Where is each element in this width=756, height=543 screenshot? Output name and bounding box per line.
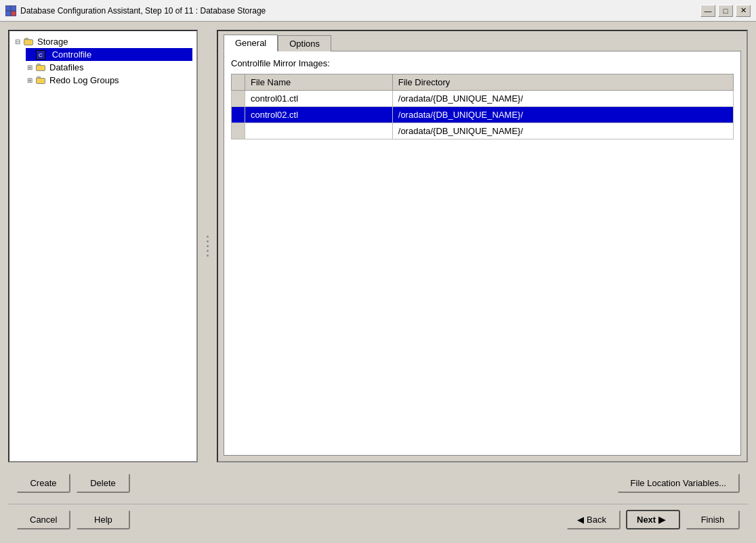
footer: Cancel Help ◀ Back Next ▶ Finish bbox=[8, 504, 748, 535]
title-bar: Database Configuration Assistant, Step 1… bbox=[0, 0, 756, 22]
window-title: Database Configuration Assistant, Step 1… bbox=[20, 6, 266, 16]
section-label: Controlfile Mirror Images: bbox=[231, 58, 734, 68]
directory-3[interactable]: /oradata/{DB_UNIQUE_NAME}/ bbox=[392, 123, 733, 139]
bottom-left-buttons: Create Delete bbox=[16, 473, 130, 493]
datafiles-expand-icon: ⊞ bbox=[27, 64, 34, 71]
storage-folder-icon bbox=[24, 38, 33, 45]
redo-log-label: Redo Log Groups bbox=[49, 75, 119, 85]
bottom-right-buttons: File Location Variables... bbox=[617, 473, 740, 493]
minimize-button[interactable]: — bbox=[700, 5, 715, 17]
window-controls: — □ ✕ bbox=[700, 5, 751, 17]
right-panel: General Options Controlfile Mirror Image… bbox=[217, 30, 748, 462]
svg-rect-1 bbox=[12, 6, 16, 10]
controlfile-table: File Name File Directory control01.ctl /… bbox=[231, 74, 734, 139]
tab-content-general: Controlfile Mirror Images: File Name Fil… bbox=[224, 51, 741, 456]
maximize-button[interactable]: □ bbox=[718, 5, 733, 17]
close-button[interactable]: ✕ bbox=[736, 5, 751, 17]
filename-1[interactable]: control01.ctl bbox=[245, 91, 393, 107]
file-location-button[interactable]: File Location Variables... bbox=[617, 473, 740, 493]
back-arrow-icon: ◀ bbox=[577, 515, 584, 525]
footer-right: ◀ Back Next ▶ Finish bbox=[566, 510, 740, 529]
table-header-row: File Name File Directory bbox=[232, 74, 734, 91]
svg-rect-2 bbox=[6, 12, 10, 16]
controlfile-label: Controlfile bbox=[52, 49, 92, 60]
next-arrow-icon: ▶ bbox=[658, 515, 665, 525]
row-marker-1 bbox=[232, 91, 245, 107]
tree-children: C Controlfile ⊞ Datafiles ⊞ bbox=[14, 48, 192, 87]
svg-rect-3 bbox=[12, 12, 16, 16]
table-row[interactable]: /oradata/{DB_UNIQUE_NAME}/ bbox=[232, 123, 734, 139]
datafiles-folder-icon bbox=[36, 64, 45, 71]
expand-storage-icon: ⊟ bbox=[15, 38, 22, 45]
row-header-col bbox=[232, 74, 245, 91]
main-content: ⊟ Storage C Controlfile ⊞ bbox=[0, 22, 756, 543]
filename-2[interactable]: control02.ctl bbox=[245, 107, 393, 123]
col-header-filename: File Name bbox=[245, 74, 393, 91]
redo-folder-icon bbox=[36, 77, 45, 84]
bottom-bar: Create Delete File Location Variables... bbox=[8, 469, 748, 497]
help-button[interactable]: Help bbox=[76, 510, 130, 529]
delete-button[interactable]: Delete bbox=[76, 473, 130, 493]
app-icon bbox=[5, 5, 16, 16]
tree-item-controlfile[interactable]: C Controlfile bbox=[26, 48, 192, 61]
svg-rect-0 bbox=[6, 6, 10, 10]
content-row: ⊟ Storage C Controlfile ⊞ bbox=[8, 30, 748, 462]
row-marker-3 bbox=[232, 123, 245, 139]
table-row[interactable]: control01.ctl /oradata/{DB_UNIQUE_NAME}/ bbox=[232, 91, 734, 107]
finish-button[interactable]: Finish bbox=[686, 510, 740, 529]
tree-item-datafiles[interactable]: ⊞ Datafiles bbox=[26, 61, 192, 74]
back-button[interactable]: ◀ Back bbox=[566, 510, 621, 529]
tree-root-storage[interactable]: ⊟ Storage bbox=[14, 35, 192, 48]
tab-bar: General Options bbox=[218, 31, 747, 51]
col-header-directory: File Directory bbox=[392, 74, 733, 91]
cancel-button[interactable]: Cancel bbox=[16, 510, 70, 529]
filename-3[interactable] bbox=[245, 123, 393, 139]
tree-item-redo-log-groups[interactable]: ⊞ Redo Log Groups bbox=[26, 74, 192, 87]
directory-2[interactable]: /oradata/{DB_UNIQUE_NAME}/ bbox=[392, 107, 733, 123]
create-button[interactable]: Create bbox=[16, 473, 70, 493]
row-marker-2 bbox=[232, 107, 245, 123]
storage-label: Storage bbox=[37, 37, 68, 47]
tab-options[interactable]: Options bbox=[278, 35, 331, 51]
footer-left: Cancel Help bbox=[16, 510, 130, 529]
directory-1[interactable]: /oradata/{DB_UNIQUE_NAME}/ bbox=[392, 91, 733, 107]
next-button[interactable]: Next ▶ bbox=[626, 510, 680, 529]
tree-panel: ⊟ Storage C Controlfile ⊞ bbox=[8, 30, 198, 462]
table-row[interactable]: control02.ctl /oradata/{DB_UNIQUE_NAME}/ bbox=[232, 107, 734, 123]
tab-general[interactable]: General bbox=[224, 35, 278, 51]
datafiles-label: Datafiles bbox=[49, 62, 84, 72]
redo-expand-icon: ⊞ bbox=[27, 77, 34, 84]
controlfile-icon: C bbox=[36, 50, 45, 60]
drag-handle[interactable] bbox=[205, 30, 210, 462]
